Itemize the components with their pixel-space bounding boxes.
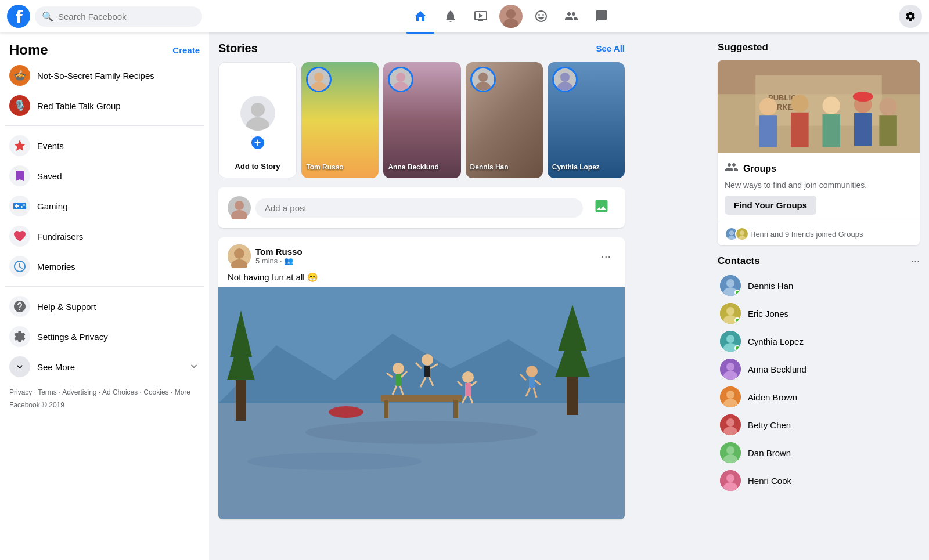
nav-marketplace-button[interactable] <box>527 2 555 30</box>
topnav-center <box>209 2 813 30</box>
sidebar-item-settings[interactable]: Settings & Privacy <box>5 321 204 352</box>
sidebar-icon-settings <box>9 326 30 347</box>
svg-point-33 <box>393 363 404 374</box>
stories-row: + Add to Story Tom Russo Anna Becklund <box>218 62 625 178</box>
contact-item-eric-jones[interactable]: Eric Jones <box>718 299 920 327</box>
main-feed: Stories See All + Add to Story To <box>209 32 634 560</box>
footer-more-link[interactable]: More <box>175 388 190 396</box>
story-card-cynthia-lopez[interactable]: Cynthia Lopez <box>548 62 625 178</box>
nav-messenger-button[interactable] <box>588 2 615 30</box>
svg-point-79 <box>726 279 734 287</box>
post-avatar-tom-russo <box>228 244 251 268</box>
svg-point-14 <box>235 201 244 210</box>
sidebar-item-gaming[interactable]: Gaming <box>5 191 204 221</box>
contact-avatar-cynthia-lopez <box>720 331 741 352</box>
composer-row <box>228 194 615 221</box>
suggested-card-image: PUBLIC MARKET <box>718 60 920 153</box>
suggested-title: Suggested <box>718 42 920 53</box>
composer-photo-button[interactable] <box>588 194 615 221</box>
nav-watch-button[interactable] <box>467 2 495 30</box>
sidebar-item-help[interactable]: Help & Support <box>5 291 204 321</box>
search-input[interactable] <box>58 12 195 21</box>
post-text-input[interactable] <box>255 198 583 218</box>
sidebar-item-red-table[interactable]: 🎙️ Red Table Talk Group <box>5 91 204 121</box>
sidebar-divider-2 <box>5 286 204 287</box>
svg-rect-66 <box>791 113 808 147</box>
sidebar-item-family-recipes[interactable]: 🍲 Not-So-Secret Family Recipes <box>5 60 204 91</box>
sidebar-label-memories: Memories <box>37 262 75 272</box>
sidebar-icon-fundraisers <box>9 226 30 247</box>
svg-point-67 <box>823 97 840 114</box>
story-add-label: Add to Story <box>219 162 296 171</box>
see-all-stories-link[interactable]: See All <box>596 44 625 53</box>
sidebar-item-fundraisers[interactable]: Fundraisers <box>5 221 204 251</box>
contact-avatar-anna-becklund <box>720 359 741 380</box>
contact-item-anna-becklund[interactable]: Anna Becklund <box>718 355 920 383</box>
story-card-tom-russo[interactable]: Tom Russo <box>301 62 379 178</box>
contact-avatar-betty-chen <box>720 414 741 435</box>
sidebar-icon-memories <box>9 256 30 277</box>
sidebar-item-saved[interactable]: Saved <box>5 161 204 191</box>
story-card-anna-becklund[interactable]: Anna Becklund <box>383 62 460 178</box>
online-indicator-cynthia-lopez <box>734 345 740 351</box>
post-composer <box>218 187 625 228</box>
contacts-more-button[interactable]: ··· <box>911 255 920 267</box>
sidebar-icon-saved <box>9 165 30 186</box>
story-card-add[interactable]: + Add to Story <box>218 62 297 178</box>
contact-item-betty-chen[interactable]: Betty Chen <box>718 411 920 439</box>
svg-point-91 <box>726 391 734 399</box>
svg-point-72 <box>879 98 896 115</box>
footer-terms-link[interactable]: Terms <box>38 388 57 396</box>
nav-profile-button[interactable] <box>497 2 525 30</box>
sidebar-item-memories[interactable]: Memories <box>5 251 204 281</box>
svg-point-97 <box>726 446 734 454</box>
sidebar-title-row: Home Create <box>5 37 204 60</box>
suggested-card-body: Groups New ways to find and join communi… <box>718 153 920 222</box>
settings-button[interactable] <box>899 5 922 28</box>
svg-point-88 <box>726 363 734 371</box>
search-bar[interactable]: 🔍 <box>35 6 202 27</box>
story-avatar-dennis-han <box>470 67 496 92</box>
story-label-anna-becklund: Anna Becklund <box>388 163 456 171</box>
svg-point-57 <box>329 406 363 418</box>
find-groups-button[interactable]: Find Your Groups <box>725 196 816 215</box>
composer-avatar <box>228 196 251 219</box>
sidebar-item-see-more[interactable]: See More <box>5 352 204 382</box>
svg-point-2 <box>503 19 518 28</box>
sidebar-title: Home <box>9 42 48 58</box>
suggested-groups-card: PUBLIC MARKET <box>718 60 920 245</box>
sidebar-icon-see-more <box>9 356 30 377</box>
nav-groups-button[interactable] <box>557 2 585 30</box>
contact-item-aiden-brown[interactable]: Aiden Brown <box>718 383 920 411</box>
story-card-dennis-han[interactable]: Dennis Han <box>466 62 543 178</box>
svg-point-76 <box>740 230 744 235</box>
nav-home-button[interactable] <box>406 2 434 30</box>
footer-privacy-link[interactable]: Privacy <box>9 388 32 396</box>
facebook-logo-icon[interactable] <box>7 5 30 28</box>
svg-point-74 <box>729 230 734 235</box>
contact-item-dan-brown[interactable]: Dan Brown <box>718 439 920 467</box>
groups-card-description: New ways to find and join communities. <box>725 180 913 190</box>
contact-item-dennis-han[interactable]: Dennis Han <box>718 272 920 299</box>
post-author-details: Tom Russo 5 mins · 👥 <box>255 247 303 265</box>
footer-adchoices-link[interactable]: Ad Choices <box>102 388 138 396</box>
contact-avatar-eric-jones <box>720 303 741 324</box>
footer-cookies-link[interactable]: Cookies <box>143 388 168 396</box>
contacts-header: Contacts ··· <box>718 255 920 267</box>
sidebar-label-events: Events <box>37 141 64 151</box>
contact-avatar-henri-cook <box>720 470 741 491</box>
suggested-card-header: Groups <box>725 160 913 177</box>
sidebar-item-events[interactable]: Events <box>5 131 204 161</box>
svg-rect-34 <box>395 374 401 386</box>
footer-advertising-link[interactable]: Advertising <box>62 388 96 396</box>
sidebar-create-link[interactable]: Create <box>172 45 200 55</box>
contact-item-henri-cook[interactable]: Henri Cook <box>718 467 920 494</box>
stories-header: Stories See All <box>218 42 625 55</box>
svg-point-15 <box>231 210 247 219</box>
sidebar-label-help: Help & Support <box>37 302 96 312</box>
contact-name-dennis-han: Dennis Han <box>748 281 793 291</box>
nav-notifications-button[interactable] <box>437 2 464 30</box>
svg-point-77 <box>738 236 746 241</box>
post-more-button[interactable]: ··· <box>596 247 615 265</box>
contact-item-cynthia-lopez[interactable]: Cynthia Lopez <box>718 327 920 355</box>
